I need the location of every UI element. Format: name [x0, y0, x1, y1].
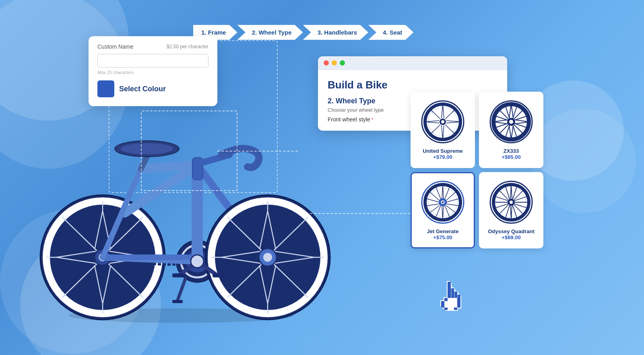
window-close-btn[interactable] — [324, 60, 329, 66]
svg-line-85 — [177, 279, 185, 302]
svg-rect-83 — [172, 273, 184, 277]
cursor-pointer-icon — [439, 282, 464, 315]
wheel-image-united-supreme — [421, 100, 465, 144]
window-field-label: Front wheel style — [328, 116, 370, 123]
svg-rect-203 — [451, 285, 452, 298]
svg-point-53 — [121, 143, 173, 154]
window-minimize-btn[interactable] — [332, 60, 337, 66]
svg-line-44 — [125, 165, 197, 213]
breadcrumb-step-4[interactable]: 4. Seat — [368, 25, 413, 40]
wheel-name-odyssey-quadrant: Odyssey Quadrant — [488, 228, 535, 234]
wheel-image-jet-generate — [421, 180, 465, 224]
custom-name-price-hint: $2.50 per character — [167, 44, 208, 49]
svg-rect-201 — [444, 304, 457, 308]
window-maximize-btn[interactable] — [340, 60, 345, 66]
svg-rect-82 — [213, 273, 225, 277]
wheel-card-united-supreme[interactable]: United Supreme +$79.00 — [411, 92, 475, 168]
wheel-image-zx333 — [489, 100, 533, 144]
custom-name-card: Custom Name $2.50 per character Max 25 c… — [89, 36, 217, 106]
select-colour-label: Select Colour — [119, 85, 166, 93]
bike-svg — [24, 92, 338, 326]
wheel-name-zx333: ZX333 — [504, 148, 519, 154]
wheel-price-jet-generate: +$75.00 — [433, 234, 452, 240]
breadcrumb-step-3[interactable]: 3. Handlebars — [303, 25, 368, 40]
svg-rect-197 — [448, 298, 451, 301]
window-titlebar — [318, 56, 507, 70]
custom-name-max-label: Max 25 characters — [97, 70, 208, 75]
wheel-price-united-supreme: +$79.00 — [433, 154, 452, 160]
breadcrumb-step-2[interactable]: 2. Wheel Type — [237, 25, 303, 40]
select-colour-button[interactable]: Select Colour — [97, 80, 166, 97]
custom-name-title: Custom Name — [97, 43, 133, 50]
wheel-name-united-supreme: United Supreme — [423, 148, 463, 154]
svg-rect-204 — [454, 288, 455, 298]
svg-point-158 — [442, 201, 444, 203]
svg-rect-202 — [448, 308, 454, 310]
window-field-required: * — [372, 117, 374, 123]
svg-rect-186 — [448, 295, 451, 298]
svg-point-111 — [441, 120, 444, 123]
bike-illustration — [24, 92, 338, 326]
svg-rect-198 — [451, 298, 454, 301]
window-app-title: Build a Bike — [328, 79, 497, 91]
svg-rect-182 — [448, 282, 451, 285]
svg-point-79 — [263, 253, 272, 262]
wheel-image-odyssey-quadrant — [489, 180, 533, 224]
breadcrumb-nav: 1. Frame 2. Wheel Type 3. Handlebars 4. … — [193, 25, 413, 40]
custom-name-header: Custom Name $2.50 per character — [97, 43, 208, 50]
wheel-name-jet-generate: Jet Generate — [427, 228, 459, 234]
svg-rect-199 — [454, 298, 457, 301]
svg-rect-200 — [444, 301, 457, 304]
svg-point-84 — [191, 255, 204, 268]
svg-point-181 — [510, 201, 513, 204]
colour-swatch — [97, 80, 114, 97]
wheel-card-zx333[interactable]: ZX333 +$65.00 — [479, 92, 543, 168]
custom-name-input[interactable] — [97, 54, 208, 68]
svg-rect-35 — [196, 279, 198, 283]
cursor-hand-svg — [439, 282, 464, 310]
svg-point-136 — [509, 120, 513, 124]
wheel-card-odyssey-quadrant[interactable]: Odyssey Quadrant +$69.00 — [479, 172, 543, 248]
wheel-card-jet-generate[interactable]: Jet Generate +$75.00 — [411, 172, 475, 248]
svg-rect-184 — [448, 288, 451, 291]
svg-rect-183 — [448, 285, 451, 288]
svg-rect-86 — [172, 300, 183, 303]
wheel-options-grid: United Supreme +$79.00 — [411, 92, 543, 248]
svg-rect-185 — [448, 291, 451, 295]
svg-rect-205 — [457, 291, 458, 298]
wheel-price-odyssey-quadrant: +$69.00 — [502, 234, 520, 240]
wheel-price-zx333: +$65.00 — [502, 154, 520, 160]
